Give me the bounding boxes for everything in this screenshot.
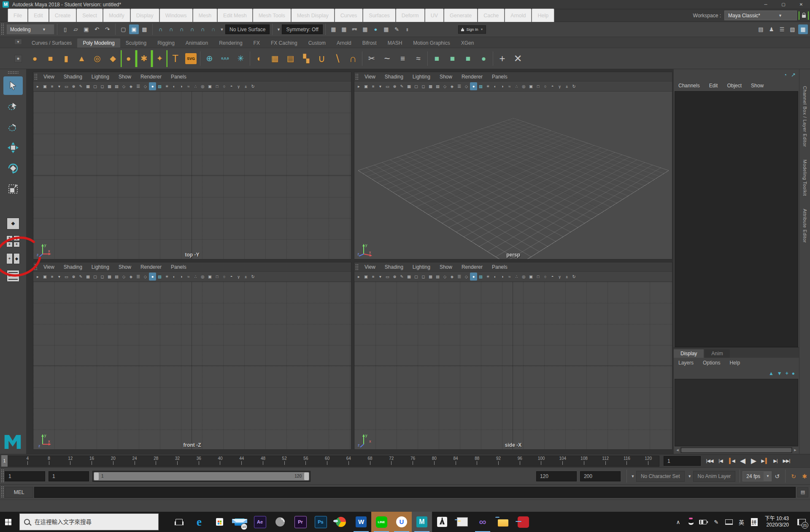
boolean-difference-button[interactable]: ∖	[329, 50, 345, 67]
panel-menu-item[interactable]: Lighting	[87, 74, 114, 80]
textured-icon[interactable]: ▨	[156, 82, 163, 90]
ambient-occlusion-icon[interactable]: ◑	[178, 273, 185, 281]
use-all-lights-icon[interactable]: ☀	[484, 273, 491, 281]
select-by-object-button[interactable]: ▣	[129, 24, 139, 34]
gain-icon[interactable]: ±	[242, 273, 249, 281]
smooth-button[interactable]: ●	[476, 50, 491, 67]
taskbar-search[interactable]	[19, 513, 159, 530]
select-by-hierarchy-button[interactable]: ▢	[119, 24, 128, 34]
hypershade-button[interactable]: ●	[371, 24, 381, 34]
ime-language-icon[interactable]: 英	[735, 512, 748, 532]
zbrush-icon[interactable]	[432, 512, 452, 532]
panel-menu-item[interactable]: Shading	[380, 74, 408, 80]
shadows-icon[interactable]: ◐	[491, 273, 499, 281]
panel-menu-item[interactable]: Panels	[166, 74, 191, 80]
film-gate-icon[interactable]: ▢	[413, 273, 420, 281]
channel-box-menu-item[interactable]: Channels	[674, 83, 705, 89]
refresh-icon[interactable]: ↻	[570, 82, 578, 90]
snap-to-grid-button[interactable]: ∩	[156, 24, 165, 34]
snap-to-point-button[interactable]: ∩	[177, 24, 186, 34]
menu-item[interactable]: Help	[532, 8, 554, 23]
shelf-tab[interactable]: Rendering	[213, 38, 248, 48]
mail-icon[interactable]: 10	[230, 512, 250, 532]
image-plane-icon[interactable]: ▭	[63, 273, 70, 281]
smooth-shade-icon[interactable]: ●	[470, 273, 477, 281]
menu-item[interactable]: Generate	[444, 8, 478, 23]
camera-attributes-icon[interactable]: ≡	[49, 82, 56, 90]
type-tool-button[interactable]: T	[167, 50, 183, 67]
menu-item[interactable]: Mesh	[193, 8, 218, 23]
grip-handle[interactable]	[355, 264, 358, 270]
field-chart-icon[interactable]: ▤	[113, 273, 120, 281]
maximize-button[interactable]: ▢	[775, 0, 792, 9]
hud-icon[interactable]: ☰	[456, 82, 463, 90]
animation-end-field[interactable]: 200	[580, 471, 621, 481]
play-backwards-button[interactable]: ◀	[737, 456, 748, 467]
xray-icon[interactable]: □	[213, 273, 221, 281]
shadows-icon[interactable]: ◐	[170, 82, 178, 90]
panel-menu-item[interactable]: Panels	[166, 264, 191, 270]
line-icon[interactable]: LINE	[371, 512, 392, 532]
depth-of-field-icon[interactable]: ◎	[520, 82, 527, 90]
poly-cone-button[interactable]: ▲	[74, 50, 89, 67]
anti-alias-icon[interactable]: ∴	[192, 273, 199, 281]
menu-item[interactable]: Arnold	[505, 8, 532, 23]
textured-icon[interactable]: ▨	[477, 273, 484, 281]
menu-item[interactable]: Mesh Display	[291, 8, 335, 23]
viewport-canvas-front[interactable]: front -Z y x z	[33, 282, 351, 449]
gate-mask-icon[interactable]: ▩	[427, 273, 434, 281]
bridge-button[interactable]: ■	[445, 50, 460, 67]
menu-item[interactable]: Edit Mesh	[217, 8, 253, 23]
task-view-button[interactable]	[169, 512, 189, 532]
gamma-icon[interactable]: γ	[556, 273, 563, 281]
new-empty-layer-icon[interactable]: +	[786, 370, 788, 376]
panel-menu-item[interactable]: View	[360, 264, 380, 270]
grip-handle[interactable]	[1, 23, 4, 35]
panel-menu-item[interactable]: Renderer	[136, 264, 166, 270]
lasso-tool-button[interactable]	[3, 97, 23, 116]
render-current-frame-button[interactable]: ▦	[339, 24, 349, 34]
panel-menu-item[interactable]: Show	[114, 74, 136, 80]
resolution-gate-icon[interactable]: ◻	[99, 82, 106, 90]
menu-item[interactable]: Curves	[335, 8, 363, 23]
grip-handle[interactable]	[34, 264, 37, 270]
playback-end-field[interactable]: 120	[536, 471, 577, 481]
anti-alias-icon[interactable]: ∴	[513, 273, 520, 281]
lock-camera-icon[interactable]: ▣	[41, 273, 49, 281]
xray-joints-icon[interactable]: ○	[542, 82, 549, 90]
menu-item[interactable]: File	[8, 8, 28, 23]
redo-button[interactable]: ↷	[103, 24, 112, 34]
use-all-lights-icon[interactable]: ☀	[163, 82, 170, 90]
hud-icon[interactable]: ☰	[456, 273, 463, 281]
depth-of-field-icon[interactable]: ◎	[520, 273, 527, 281]
wireframe-icon[interactable]: ◇	[142, 82, 149, 90]
viewport-canvas-top[interactable]: top -Y y x z	[33, 92, 351, 259]
shelf-tab[interactable]: FX Caching	[265, 38, 303, 48]
photoshop-icon[interactable]: Ps	[310, 512, 331, 532]
chrome-icon[interactable]	[331, 512, 351, 532]
shelf-tab[interactable]: Custom	[303, 38, 331, 48]
panel-menu-item[interactable]: View	[39, 264, 59, 270]
connect-button[interactable]: ~	[379, 50, 395, 67]
menu-item[interactable]: Create	[49, 8, 77, 23]
grease-pencil-icon[interactable]: ✎	[398, 273, 405, 281]
spherical-harmonics-button[interactable]: ✱	[136, 50, 152, 67]
resolution-gate-icon[interactable]: ◻	[420, 273, 427, 281]
python-icon[interactable]	[452, 512, 472, 532]
gain-icon[interactable]: ±	[563, 82, 570, 90]
animation-preferences-icon[interactable]: ✱	[799, 471, 810, 481]
xray-icon[interactable]: □	[535, 273, 542, 281]
anti-alias-icon[interactable]: ∴	[192, 82, 199, 90]
creative-cloud-icon[interactable]	[513, 512, 533, 532]
show-manipulators-toggle[interactable]: ▤	[756, 24, 766, 34]
panel-menu-item[interactable]: Panels	[487, 74, 512, 80]
super-ellipse-button[interactable]: ●	[121, 50, 136, 67]
character-set-dropdown[interactable]: No Character Set	[636, 471, 685, 482]
playback-loop-icon[interactable]: ↺	[772, 471, 783, 481]
step-forward-frame-button[interactable]: ▶|	[770, 456, 781, 467]
smooth-shade-icon[interactable]: ●	[470, 82, 477, 90]
start-button[interactable]	[0, 512, 19, 532]
new-layer-from-selected-icon[interactable]: ●	[792, 370, 795, 376]
xray-icon[interactable]: □	[535, 82, 542, 90]
live-surface-field[interactable]: No Live Surface	[225, 24, 270, 34]
